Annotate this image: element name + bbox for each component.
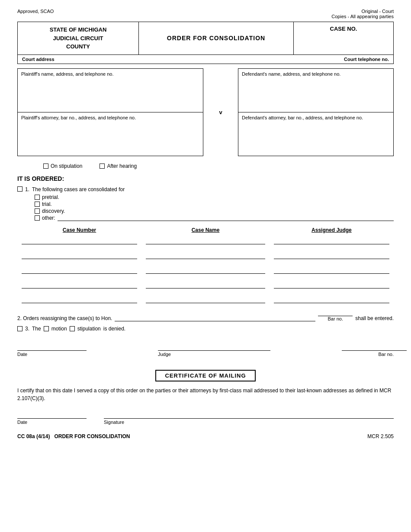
parties-section: Plaintiff's name, address, and telephone… <box>17 68 394 156</box>
state-header: STATE OF MICHIGAN JUDICIAL CIRCUIT COUNT… <box>18 22 139 54</box>
state-line1: STATE OF MICHIGAN <box>22 26 134 34</box>
approved-label: Approved, SCAO <box>17 9 54 19</box>
section3-text-the: The <box>32 326 41 332</box>
plaintiff-attorney-box: Plaintiff's attorney, bar no., address, … <box>18 112 203 156</box>
bar-no-line[interactable] <box>318 310 353 316</box>
pretrial-item[interactable]: pretrial. <box>35 194 394 200</box>
certificate-section: CERTIFICATE OF MAILING I certify that on… <box>17 370 394 425</box>
pretrial-checkbox[interactable] <box>35 195 40 200</box>
discovery-label: discovery. <box>42 208 65 214</box>
case-num-field-2[interactable] <box>22 251 137 259</box>
signature-section: Date Judge Bar no. <box>17 345 394 357</box>
cert-date-field: Date <box>17 413 87 425</box>
case-no-label: CASE NO. <box>298 26 389 32</box>
trial-checkbox[interactable] <box>35 202 40 207</box>
section-1-header: 1. The following cases are consolidated … <box>17 186 394 192</box>
discovery-checkbox[interactable] <box>35 208 40 214</box>
certificate-title: CERTIFICATE OF MAILING <box>155 370 255 381</box>
judge-field-2[interactable] <box>274 251 389 259</box>
table-row <box>17 281 394 288</box>
table-row <box>17 237 394 244</box>
checkboxes-row: On stipulation After hearing <box>17 163 394 169</box>
motion-label: motion <box>51 326 67 332</box>
on-stipulation-checkbox[interactable] <box>43 163 48 169</box>
state-line3: COUNTY <box>22 42 134 51</box>
copies-label: Copies - All appearing parties <box>331 14 394 19</box>
form-title: ORDER FOR CONSOLIDATION <box>139 22 294 54</box>
on-stipulation-item[interactable]: On stipulation <box>43 163 82 169</box>
col-header-case-number: Case Number <box>17 227 141 233</box>
judge-field-4[interactable] <box>274 281 389 288</box>
case-name-field-1[interactable] <box>146 237 265 244</box>
case-num-field-3[interactable] <box>22 266 137 274</box>
certificate-text: I certify that on this date I served a c… <box>17 387 394 402</box>
table-row <box>17 295 394 303</box>
bar-no-label: Bar no. <box>328 316 343 321</box>
section3-number: 3. <box>25 326 29 332</box>
is-denied-label: is denied. <box>103 326 125 332</box>
date-field: Date <box>17 345 87 357</box>
cases-table: Case Number Case Name Assigned Judge <box>17 227 394 303</box>
plaintiff-attorney-label: Plaintiff's attorney, bar no., address, … <box>21 115 199 120</box>
state-line2: JUDICIAL CIRCUIT <box>22 34 134 43</box>
after-hearing-item[interactable]: After hearing <box>100 163 137 169</box>
case-name-field-5[interactable] <box>146 295 265 303</box>
trial-item[interactable]: trial. <box>35 201 394 207</box>
date-line[interactable] <box>17 345 87 351</box>
original-copies: Original - Court Copies - All appearing … <box>331 9 394 19</box>
case-name-field-4[interactable] <box>146 281 265 288</box>
other-underline[interactable] <box>58 215 394 221</box>
versus-label: v <box>203 68 238 156</box>
cert-date-label: Date <box>17 420 87 425</box>
court-phone-label: Court telephone no. <box>344 57 389 62</box>
discovery-item[interactable]: discovery. <box>35 208 394 214</box>
footer-left: CC 08a (4/14) ORDER FOR CONSOLIDATION <box>17 433 130 439</box>
motion-checkbox[interactable] <box>44 326 49 331</box>
cert-signature-label: Signature <box>104 420 394 425</box>
judge-field-3[interactable] <box>274 266 389 274</box>
footer-mcr: MCR 2.505 <box>367 433 394 439</box>
top-header: Approved, SCAO Original - Court Copies -… <box>17 9 394 19</box>
table-row <box>17 251 394 259</box>
section-1: 1. The following cases are consolidated … <box>17 186 394 221</box>
footer-form-title: ORDER FOR CONSOLIDATION <box>54 433 130 439</box>
section3-checkbox[interactable] <box>17 326 22 331</box>
plaintiff-column: Plaintiff's name, address, and telephone… <box>17 68 203 156</box>
cert-signature-line[interactable] <box>104 413 394 419</box>
section-2: 2. Orders reassigning the case(s) to Hon… <box>17 310 394 321</box>
stipulation-checkbox[interactable] <box>70 326 75 331</box>
section2-suffix: shall be entered. <box>355 315 394 321</box>
case-name-field-2[interactable] <box>146 251 265 259</box>
cert-signature-field: Signature <box>104 413 394 425</box>
it-is-ordered-heading: IT IS ORDERED: <box>17 175 394 182</box>
judge-field-5[interactable] <box>274 295 389 303</box>
court-address-row: Court address Court telephone no. <box>17 55 394 64</box>
date-label: Date <box>17 352 87 357</box>
case-num-field-1[interactable] <box>22 237 137 244</box>
cert-date-line[interactable] <box>17 413 87 419</box>
case-num-field-5[interactable] <box>22 295 137 303</box>
after-hearing-checkbox[interactable] <box>100 163 105 169</box>
barno-sig-line[interactable] <box>342 345 407 351</box>
sub-checkboxes: pretrial. trial. discovery. other: <box>35 194 394 221</box>
case-num-field-4[interactable] <box>22 281 137 288</box>
table-row <box>17 266 394 274</box>
other-item: other: <box>35 215 394 221</box>
after-hearing-label: After hearing <box>107 163 137 169</box>
judge-label: Judge <box>158 352 270 357</box>
defendant-column: Defendant's name, address, and telephone… <box>238 68 394 156</box>
judge-field-1[interactable] <box>274 237 389 244</box>
case-name-field-3[interactable] <box>146 266 265 274</box>
judge-sig-line[interactable] <box>158 345 270 351</box>
court-address-label: Court address <box>22 57 55 62</box>
barno-label: Bar no. <box>342 352 394 357</box>
section2-hon-line[interactable] <box>115 315 315 321</box>
plaintiff-box: Plaintiff's name, address, and telephone… <box>18 69 203 112</box>
col-header-judge: Assigned Judge <box>270 227 394 233</box>
other-checkbox[interactable] <box>35 215 40 221</box>
section1-checkbox[interactable] <box>17 186 22 192</box>
pretrial-label: pretrial. <box>42 194 59 200</box>
judge-sig-field: Judge <box>158 345 270 357</box>
footer-code: CC 08a <box>17 433 35 439</box>
plaintiff-label: Plaintiff's name, address, and telephone… <box>21 71 199 77</box>
